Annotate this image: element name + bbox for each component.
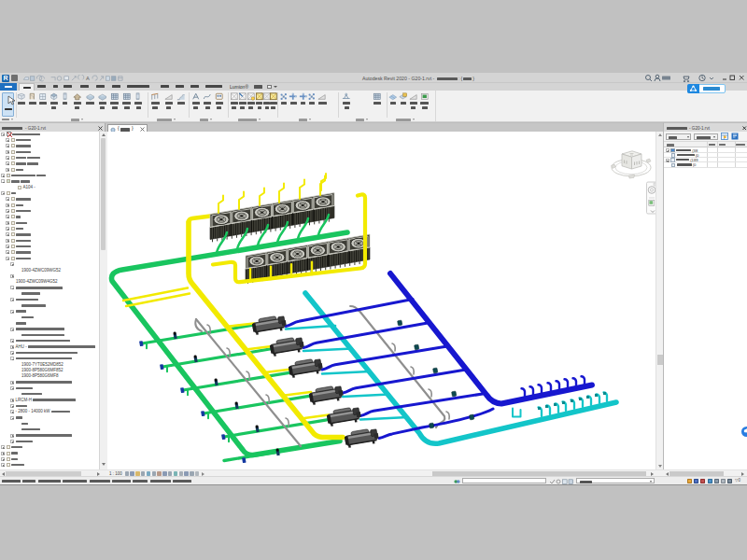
svg-text:A: A bbox=[86, 76, 90, 81]
